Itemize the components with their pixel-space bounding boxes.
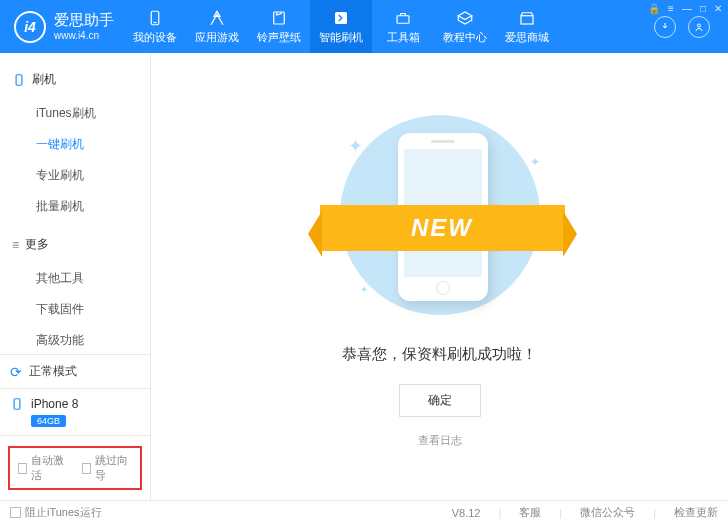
nav-tutorial[interactable]: 教程中心 (434, 0, 496, 53)
svg-rect-7 (16, 74, 22, 85)
nav-label: 应用游戏 (195, 30, 239, 45)
svg-rect-8 (14, 399, 20, 410)
nav-flash[interactable]: 智能刷机 (310, 0, 372, 53)
main-nav: 我的设备 应用游戏 铃声壁纸 智能刷机 工具箱 教程中心 爱思商城 (124, 0, 654, 53)
shop-icon (518, 9, 536, 27)
block-itunes-checkbox[interactable]: 阻止iTunes运行 (10, 505, 102, 520)
phone-icon (146, 9, 164, 27)
section-label: 更多 (25, 236, 49, 253)
section-flash[interactable]: 刷机 (0, 67, 150, 92)
close-button[interactable]: ✕ (714, 3, 722, 14)
checks-area: 自动激活 跳过向导 (0, 435, 150, 500)
lock-icon[interactable]: 🔒 (648, 3, 660, 14)
download-button[interactable] (654, 16, 676, 38)
nav-label: 工具箱 (387, 30, 420, 45)
support-link[interactable]: 客服 (519, 505, 541, 520)
main-content: ✦ ✦ ✦ NEW 恭喜您，保资料刷机成功啦！ 确定 查看日志 (151, 53, 728, 500)
skip-guide-checkbox[interactable]: 跳过向导 (82, 453, 132, 483)
nav-shop[interactable]: 爱思商城 (496, 0, 558, 53)
flash-icon (332, 9, 350, 27)
section-more[interactable]: ≡ 更多 (0, 232, 150, 257)
apps-icon (208, 9, 226, 27)
nav-label: 我的设备 (133, 30, 177, 45)
download-icon (659, 21, 671, 33)
sidebar: 刷机 iTunes刷机 一键刷机 专业刷机 批量刷机 ≡ 更多 其他工具 下载固… (0, 53, 151, 500)
window-controls: 🔒 ≡ — □ ✕ (648, 3, 722, 14)
view-log-link[interactable]: 查看日志 (418, 433, 462, 448)
nav-toolbox[interactable]: 工具箱 (372, 0, 434, 53)
user-icon (693, 21, 705, 33)
check-update-link[interactable]: 检查更新 (674, 505, 718, 520)
sidebar-item-batch-flash[interactable]: 批量刷机 (0, 191, 150, 222)
nav-label: 教程中心 (443, 30, 487, 45)
music-icon (270, 9, 288, 27)
sidebar-item-itunes-flash[interactable]: iTunes刷机 (0, 98, 150, 129)
list-icon: ≡ (12, 238, 19, 252)
svg-rect-4 (397, 15, 409, 23)
nav-label: 智能刷机 (319, 30, 363, 45)
settings-icon[interactable]: ≡ (668, 3, 674, 14)
header-right (654, 16, 728, 38)
highlight-box: 自动激活 跳过向导 (8, 446, 142, 490)
app-url: www.i4.cn (54, 30, 99, 41)
nav-label: 铃声壁纸 (257, 30, 301, 45)
nav-label: 爱思商城 (505, 30, 549, 45)
wechat-link[interactable]: 微信公众号 (580, 505, 635, 520)
nav-apps[interactable]: 应用游戏 (186, 0, 248, 53)
success-message: 恭喜您，保资料刷机成功啦！ (342, 345, 537, 364)
sidebar-item-pro-flash[interactable]: 专业刷机 (0, 160, 150, 191)
sidebar-item-other-tools[interactable]: 其他工具 (0, 263, 150, 294)
nav-wallpaper[interactable]: 铃声壁纸 (248, 0, 310, 53)
sidebar-item-download-fw[interactable]: 下载固件 (0, 294, 150, 325)
ok-button[interactable]: 确定 (399, 384, 481, 417)
auto-activate-checkbox[interactable]: 自动激活 (18, 453, 68, 483)
section-label: 刷机 (32, 71, 56, 88)
device-info[interactable]: iPhone 8 64GB (0, 388, 150, 435)
version-label: V8.12 (452, 507, 481, 519)
logo-icon: i4 (14, 11, 46, 43)
minimize-button[interactable]: — (682, 3, 692, 14)
mode-status[interactable]: ⟳ 正常模式 (0, 354, 150, 388)
tutorial-icon (456, 9, 474, 27)
device-name-label: iPhone 8 (31, 397, 78, 411)
new-ribbon: NEW (320, 205, 565, 251)
toolbox-icon (394, 9, 412, 27)
user-button[interactable] (688, 16, 710, 38)
app-name: 爱思助手 (54, 11, 114, 28)
device-icon (10, 397, 24, 411)
maximize-button[interactable]: □ (700, 3, 706, 14)
app-logo: i4 爱思助手 www.i4.cn (0, 11, 124, 43)
success-illustration: ✦ ✦ ✦ NEW (330, 105, 550, 325)
sidebar-item-advanced[interactable]: 高级功能 (0, 325, 150, 354)
storage-badge: 64GB (31, 415, 66, 427)
sidebar-item-onekey-flash[interactable]: 一键刷机 (0, 129, 150, 160)
app-header: i4 爱思助手 www.i4.cn 我的设备 应用游戏 铃声壁纸 智能刷机 工具… (0, 0, 728, 53)
footer: 阻止iTunes运行 V8.12 | 客服 | 微信公众号 | 检查更新 (0, 500, 728, 524)
refresh-icon: ⟳ (10, 364, 22, 380)
svg-rect-5 (521, 15, 533, 23)
phone-outline-icon (12, 73, 26, 87)
nav-my-device[interactable]: 我的设备 (124, 0, 186, 53)
status-label: 正常模式 (29, 363, 77, 380)
svg-point-6 (698, 24, 701, 27)
